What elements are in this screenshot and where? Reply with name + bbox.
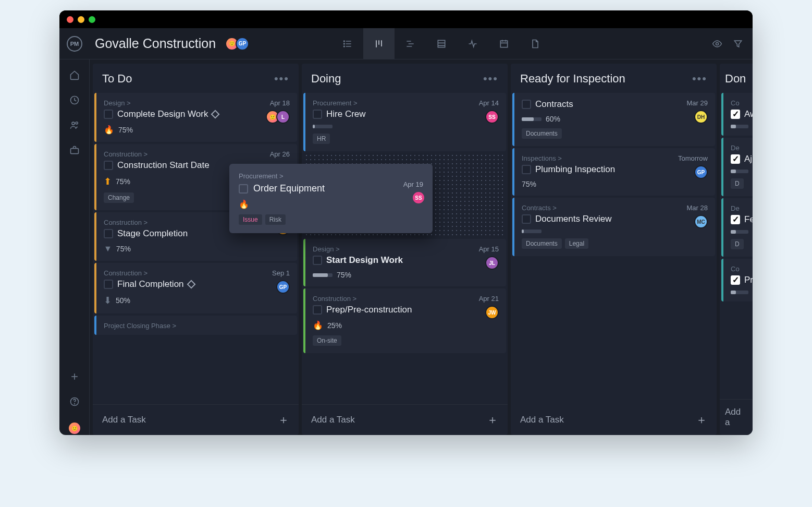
task-card[interactable]: Co Pr [721, 259, 753, 301]
task-date: Apr 21 [479, 295, 499, 303]
user-avatar[interactable]: 🙂 [68, 421, 81, 435]
task-tag[interactable]: Change [104, 192, 134, 203]
task-checkbox[interactable] [731, 275, 740, 285]
avatar[interactable]: JW [485, 306, 499, 319]
add-task-button[interactable]: Add a Task ＋ [93, 404, 299, 435]
task-tag[interactable]: D [731, 178, 744, 189]
task-tag[interactable]: HR [313, 134, 330, 144]
briefcase-icon[interactable] [69, 145, 80, 155]
task-card[interactable]: Contracts > Documents Review Documents L… [512, 198, 715, 256]
task-title: Order Equipment [253, 183, 325, 194]
task-checkbox[interactable] [313, 110, 322, 119]
task-category: Co [731, 99, 748, 107]
flame-icon: 🔥 [104, 125, 114, 135]
task-checkbox[interactable] [522, 165, 531, 174]
task-card-dragging[interactable]: Procurement > Order Equipment 🔥 Issue Ri… [229, 164, 433, 233]
add-task-button[interactable]: Add a Task ＋ [511, 405, 717, 435]
tab-calendar[interactable] [488, 28, 520, 59]
task-date: Apr 14 [479, 99, 499, 107]
filter-icon[interactable] [733, 39, 743, 49]
task-card[interactable]: Co Aw [721, 93, 753, 136]
task-card[interactable]: Construction > Final Completion ⬇ 50% Se… [94, 263, 297, 313]
tab-activity[interactable] [457, 28, 488, 59]
task-category: Contracts > [522, 204, 708, 212]
add-task-label: Add a [725, 407, 748, 428]
task-tag[interactable]: On-site [313, 335, 341, 346]
task-checkbox[interactable] [104, 110, 113, 119]
visibility-icon[interactable] [712, 39, 722, 49]
tab-list[interactable] [332, 28, 363, 59]
task-title: Aw [744, 109, 753, 119]
task-checkbox[interactable] [522, 100, 531, 109]
flame-icon: 🔥 [239, 200, 249, 209]
task-checkbox[interactable] [104, 161, 113, 170]
task-date: Tomorrow [678, 154, 708, 162]
task-card[interactable]: De Aj D [721, 138, 753, 196]
task-percent: 75% [116, 177, 130, 186]
task-checkbox[interactable] [104, 229, 113, 238]
task-card[interactable]: Procurement > Hire Crew HR Apr 14SS [303, 93, 506, 151]
home-icon[interactable] [69, 70, 80, 80]
avatar[interactable]: GP [694, 165, 708, 179]
column-menu-icon[interactable]: ••• [274, 72, 289, 86]
add-task-button[interactable]: Add a [720, 399, 753, 435]
milestone-icon [187, 280, 195, 289]
task-tag[interactable]: Legal [565, 238, 588, 249]
tab-files[interactable] [520, 28, 551, 59]
task-title: Plumbing Inspection [535, 164, 615, 175]
window-maximize-button[interactable] [89, 16, 95, 23]
avatar[interactable]: GP [276, 280, 290, 294]
task-checkbox[interactable] [104, 280, 113, 289]
task-checkbox[interactable] [313, 256, 322, 265]
task-checkbox[interactable] [313, 305, 322, 315]
header-avatars[interactable]: 🙂 GP [228, 37, 249, 51]
avatar[interactable]: SS [412, 191, 425, 204]
task-title: Hire Crew [326, 109, 366, 119]
task-category: De [731, 144, 748, 152]
task-card[interactable]: De Fe D [721, 198, 753, 257]
task-card[interactable]: Construction > Prep/Pre-construction 🔥 2… [303, 288, 506, 353]
add-task-button[interactable]: Add a Task ＋ [302, 404, 508, 435]
task-tag[interactable]: Documents [522, 128, 562, 139]
tab-gantt[interactable] [395, 28, 426, 59]
avatar[interactable]: SS [485, 110, 499, 124]
avatar[interactable]: L [276, 110, 290, 124]
column-done: Don Co Aw De Aj D De [720, 64, 753, 435]
avatar[interactable]: JL [485, 256, 499, 270]
arrow-down-icon: ⬇ [104, 295, 112, 306]
task-checkbox[interactable] [731, 215, 740, 224]
task-title: Aj [744, 154, 752, 164]
task-card[interactable]: Inspections > Plumbing Inspection 75% To… [512, 148, 715, 196]
task-checkbox[interactable] [731, 154, 740, 164]
team-icon[interactable] [69, 120, 80, 130]
column-menu-icon[interactable]: ••• [692, 72, 707, 86]
avatar[interactable]: MC [694, 215, 708, 228]
task-category: Co [731, 265, 748, 273]
task-category: Procurement > [239, 172, 423, 180]
avatar[interactable]: GP [236, 37, 249, 51]
task-card[interactable]: Design > Start Design Work 75% Apr 15JL [303, 239, 506, 286]
add-task-label: Add a Task [520, 415, 564, 425]
avatar[interactable]: DH [694, 110, 708, 124]
task-card[interactable]: Design > Complete Design Work 🔥 75% Apr … [94, 93, 297, 142]
task-tag[interactable]: Risk [265, 214, 286, 225]
task-tag[interactable]: D [731, 239, 744, 249]
add-icon[interactable] [69, 371, 80, 382]
column-doing: Doing ••• Procurement > Hire Crew HR Apr… [302, 64, 508, 435]
task-card[interactable]: Project Closing Phase > [94, 316, 297, 335]
task-checkbox[interactable] [522, 214, 531, 224]
task-checkbox[interactable] [731, 110, 740, 119]
task-tag[interactable]: Issue [239, 214, 262, 225]
window-minimize-button[interactable] [78, 16, 84, 23]
tab-sheet[interactable] [426, 28, 457, 59]
recent-icon[interactable] [69, 95, 80, 105]
app-logo[interactable]: PM [59, 36, 90, 52]
task-tag[interactable]: Documents [522, 238, 562, 249]
task-card[interactable]: Contracts 60% Documents Mar 29DH [512, 93, 715, 146]
help-icon[interactable] [69, 396, 80, 407]
window-close-button[interactable] [67, 16, 73, 23]
column-menu-icon[interactable]: ••• [483, 72, 498, 86]
tab-board[interactable] [363, 28, 395, 59]
task-checkbox[interactable] [239, 184, 248, 194]
app-window: PM Govalle Construction 🙂 GP [59, 10, 753, 435]
